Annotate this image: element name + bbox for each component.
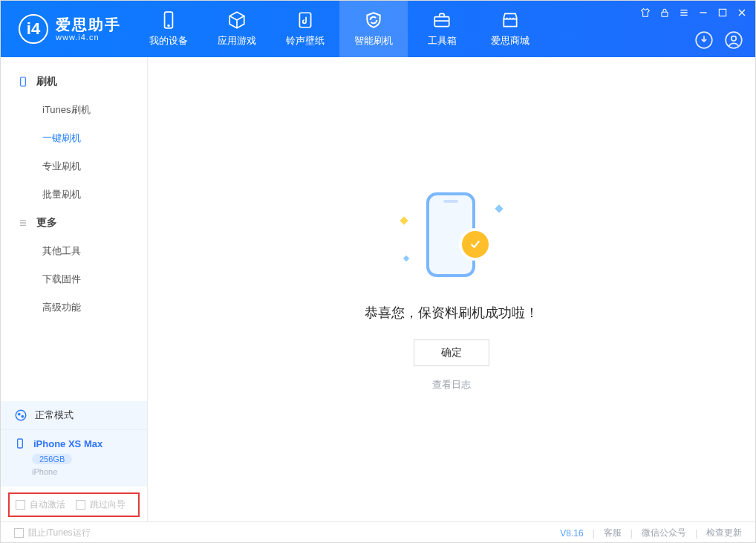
tab-smart-flash[interactable]: 智能刷机: [339, 1, 408, 57]
store-icon: [501, 10, 520, 30]
maximize-icon[interactable]: [717, 7, 729, 19]
svg-rect-13: [18, 439, 23, 448]
device-mode[interactable]: 正常模式: [1, 401, 147, 430]
device-icon: [14, 438, 26, 449]
sparkle-icon: [400, 216, 408, 224]
app-url: www.i4.cn: [56, 33, 121, 42]
device-name-row: iPhone XS Max: [14, 438, 134, 449]
main-tabs: 我的设备 应用游戏 铃声壁纸 智能刷机 工具箱 爱思商城: [134, 1, 544, 57]
menu-icon[interactable]: [678, 7, 690, 19]
sidebar: 刷机 iTunes刷机 一键刷机 专业刷机 批量刷机 更多 其他工具 下载固件 …: [1, 57, 148, 521]
sidebar-item-oneclick-flash[interactable]: 一键刷机: [1, 124, 147, 152]
shirt-icon[interactable]: [639, 7, 651, 19]
tab-my-device[interactable]: 我的设备: [134, 1, 203, 57]
checkbox-icon: [14, 528, 24, 538]
device-name: iPhone XS Max: [33, 438, 102, 449]
body: 刷机 iTunes刷机 一键刷机 专业刷机 批量刷机 更多 其他工具 下载固件 …: [1, 57, 755, 521]
list-icon: [17, 217, 29, 229]
footer: 阻止iTunes运行 V8.16 | 客服 | 微信公众号 | 检查更新: [1, 521, 755, 543]
tab-ringtone[interactable]: 铃声壁纸: [271, 1, 339, 57]
view-log-link[interactable]: 查看日志: [432, 378, 471, 391]
music-file-icon: [296, 10, 315, 30]
phone-small-icon: [17, 76, 29, 88]
svg-point-1: [168, 25, 169, 27]
footer-link-cs[interactable]: 客服: [604, 527, 622, 539]
close-icon[interactable]: [736, 7, 748, 19]
svg-point-7: [726, 32, 742, 48]
version-label: V8.16: [560, 528, 583, 539]
lock-icon[interactable]: [659, 7, 671, 19]
flash-options-highlight: 自动激活 跳过向导: [8, 492, 140, 517]
sparkle-icon: [403, 255, 409, 261]
minimize-icon[interactable]: [697, 7, 709, 19]
svg-rect-5: [719, 9, 726, 16]
ok-button[interactable]: 确定: [414, 339, 489, 366]
sidebar-item-batch-flash[interactable]: 批量刷机: [1, 181, 147, 209]
refresh-shield-icon: [364, 10, 383, 30]
tab-store[interactable]: 爱思商城: [476, 1, 544, 57]
sparkle-icon: [495, 204, 503, 212]
user-icon[interactable]: [724, 30, 743, 50]
sidebar-item-advanced[interactable]: 高级功能: [1, 293, 147, 322]
tab-toolbox[interactable]: 工具箱: [408, 1, 476, 57]
logo-icon: i4: [19, 14, 48, 44]
app-name: 爱思助手: [56, 16, 121, 33]
svg-rect-3: [434, 17, 449, 27]
toolbox-icon: [432, 10, 452, 30]
svg-point-8: [731, 36, 737, 42]
download-icon[interactable]: [694, 30, 714, 50]
sidebar-group-more: 更多: [1, 209, 147, 237]
svg-rect-9: [21, 77, 26, 86]
footer-link-wechat[interactable]: 微信公众号: [642, 527, 686, 539]
checkbox-icon: [16, 500, 25, 510]
device-panel[interactable]: iPhone XS Max 256GB iPhone: [1, 430, 147, 487]
svg-rect-2: [299, 13, 310, 27]
device-storage: 256GB: [32, 454, 72, 464]
sidebar-scroll: 刷机 iTunes刷机 一键刷机 专业刷机 批量刷机 更多 其他工具 下载固件 …: [1, 57, 147, 401]
sidebar-item-download-fw[interactable]: 下载固件: [1, 265, 147, 293]
footer-link-update[interactable]: 检查更新: [706, 527, 742, 539]
sidebar-item-other-tools[interactable]: 其他工具: [1, 237, 147, 265]
logo[interactable]: i4 爱思助手 www.i4.cn: [1, 1, 134, 57]
success-illustration: [400, 188, 504, 284]
window-controls: [639, 7, 748, 19]
svg-rect-4: [662, 12, 668, 16]
checkbox-auto-activate[interactable]: 自动激活: [16, 498, 65, 511]
normal-mode-icon: [14, 409, 27, 422]
sidebar-group-flash: 刷机: [1, 68, 147, 96]
svg-point-10: [16, 410, 26, 420]
sidebar-item-itunes-flash[interactable]: iTunes刷机: [1, 96, 147, 124]
main-content: 恭喜您，保资料刷机成功啦！ 确定 查看日志: [148, 57, 755, 521]
header: i4 爱思助手 www.i4.cn 我的设备 应用游戏 铃声壁纸 智能刷机 工具…: [1, 1, 755, 57]
checkbox-skip-guide[interactable]: 跳过向导: [76, 498, 126, 511]
sidebar-footer: 正常模式 iPhone XS Max 256GB iPhone 自动激活 跳过向…: [1, 401, 147, 521]
check-badge-icon: [462, 231, 489, 258]
checkbox-block-itunes[interactable]: 阻止iTunes运行: [14, 527, 91, 539]
svg-point-12: [22, 415, 23, 417]
account-controls: [694, 30, 743, 50]
svg-point-11: [19, 413, 20, 414]
device-type: iPhone: [32, 467, 134, 476]
phone-icon: [159, 10, 178, 30]
tab-apps[interactable]: 应用游戏: [203, 1, 271, 57]
checkbox-icon: [76, 500, 85, 510]
cube-icon: [227, 10, 247, 30]
success-message: 恭喜您，保资料刷机成功啦！: [365, 304, 538, 322]
logo-text: 爱思助手 www.i4.cn: [56, 16, 121, 42]
sidebar-item-pro-flash[interactable]: 专业刷机: [1, 152, 147, 181]
